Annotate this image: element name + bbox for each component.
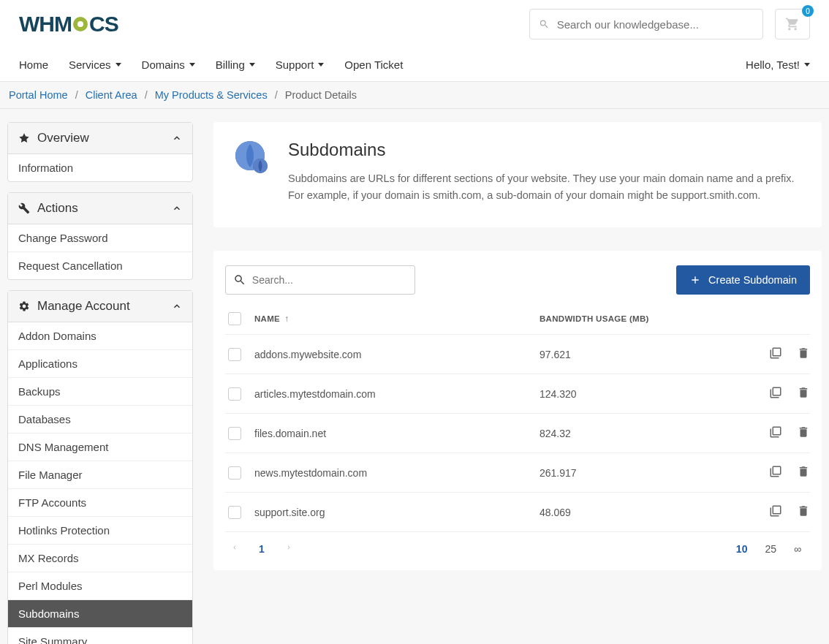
search-icon — [233, 273, 246, 287]
page-size-10[interactable]: 10 — [736, 543, 748, 555]
cart-icon — [785, 17, 800, 31]
cell-bandwidth: 261.917 — [540, 467, 744, 479]
row-checkbox[interactable] — [228, 466, 241, 480]
table-row: addons.mywebsite.com 97.621 — [225, 335, 810, 374]
delete-icon[interactable] — [797, 465, 810, 480]
sidebar-manage-header[interactable]: Manage Account — [8, 291, 192, 322]
sidebar-item-mx-records[interactable]: MX Records — [8, 545, 192, 572]
sidebar-item-applications[interactable]: Applications — [8, 350, 192, 378]
manage-icon[interactable] — [769, 465, 782, 480]
chevron-up-icon — [172, 203, 182, 213]
cell-bandwidth: 824.32 — [540, 428, 744, 439]
caret-icon — [189, 63, 195, 67]
sidebar-item-backups[interactable]: Backups — [8, 378, 192, 406]
sidebar-item-request-cancellation[interactable]: Request Cancellation — [8, 252, 192, 279]
wrench-icon — [18, 202, 30, 214]
table-row: articles.mytestdomain.com 124.320 — [225, 374, 810, 414]
table-search[interactable] — [225, 265, 415, 295]
page-number[interactable]: 1 — [259, 543, 265, 555]
breadcrumb: Portal Home / Client Area / My Products … — [0, 82, 829, 109]
breadcrumb-link[interactable]: My Products & Services — [155, 89, 268, 101]
delete-icon[interactable] — [797, 425, 810, 441]
cell-name: articles.mytestdomain.com — [254, 388, 540, 400]
nav-billing[interactable]: Billing — [216, 48, 255, 81]
plus-icon — [689, 274, 701, 286]
table-search-input[interactable] — [252, 274, 407, 286]
sidebar-item-file-manager[interactable]: File Manager — [8, 461, 192, 489]
cell-bandwidth: 97.621 — [540, 349, 744, 360]
sidebar-item-change-password[interactable]: Change Password — [8, 224, 192, 252]
create-subdomain-button[interactable]: Create Subdomain — [676, 265, 810, 295]
sidebar-item-addon-domains[interactable]: Addon Domains — [8, 322, 192, 350]
row-checkbox[interactable] — [228, 348, 241, 361]
cell-name: files.domain.net — [254, 428, 540, 439]
caret-icon — [804, 63, 810, 67]
page-size-25[interactable]: 25 — [765, 543, 776, 555]
manage-icon[interactable] — [769, 386, 782, 401]
caret-icon — [318, 63, 324, 67]
sidebar-actions-header[interactable]: Actions — [8, 193, 192, 224]
globe-icon — [234, 140, 269, 175]
delete-icon[interactable] — [797, 504, 810, 520]
manage-icon[interactable] — [769, 346, 782, 362]
sidebar-item-databases[interactable]: Databases — [8, 406, 192, 433]
page-description: Subdomains are URLs for different sectio… — [288, 170, 801, 204]
sidebar-overview-header[interactable]: Overview — [8, 123, 192, 154]
sidebar-item-hotlinks-protection[interactable]: Hotlinks Protection — [8, 517, 192, 545]
page-size-all[interactable]: ∞ — [794, 543, 801, 555]
nav-open-ticket[interactable]: Open Ticket — [344, 48, 403, 81]
breadcrumb-link[interactable]: Portal Home — [9, 89, 68, 101]
cell-name: news.mytestdomain.com — [254, 467, 540, 479]
sort-asc-icon: ↑ — [284, 314, 289, 324]
sidebar-item-ftp-accounts[interactable]: FTP Accounts — [8, 489, 192, 517]
table-row: files.domain.net 824.32 — [225, 414, 810, 453]
manage-icon[interactable] — [769, 425, 782, 441]
table-row: news.mytestdomain.com 261.917 — [225, 453, 810, 493]
chevron-up-icon — [172, 301, 182, 311]
page-title: Subdomains — [288, 140, 801, 160]
caret-icon — [249, 63, 255, 67]
search-icon — [539, 18, 550, 30]
gear-icon — [18, 300, 30, 312]
sidebar-item-subdomains[interactable]: Subdomains — [8, 600, 192, 628]
manage-icon[interactable] — [769, 504, 782, 520]
sidebar-item-dns-management[interactable]: DNS Management — [8, 433, 192, 461]
cart-badge: 0 — [802, 5, 814, 17]
cart-button[interactable]: 0 — [775, 9, 810, 39]
sidebar-item-perl-modules[interactable]: Perl Modules — [8, 572, 192, 600]
nav-support[interactable]: Support — [276, 48, 325, 81]
select-all-checkbox[interactable] — [228, 312, 241, 325]
delete-icon[interactable] — [797, 386, 810, 401]
svg-point-1 — [77, 21, 83, 27]
cell-bandwidth: 48.069 — [540, 507, 744, 518]
row-checkbox[interactable] — [228, 427, 241, 440]
cell-name: addons.mywebsite.com — [254, 349, 540, 360]
page-prev[interactable] — [231, 542, 238, 556]
row-checkbox[interactable] — [228, 506, 241, 519]
knowledgebase-search[interactable] — [529, 9, 763, 39]
table-row: support.site.org 48.069 — [225, 493, 810, 532]
delete-icon[interactable] — [797, 346, 810, 362]
nav-home[interactable]: Home — [19, 48, 48, 81]
column-header-bandwidth[interactable]: BANDWIDTH USAGE (MB) — [540, 314, 744, 323]
sidebar-item-information[interactable]: Information — [8, 154, 192, 181]
nav-services[interactable]: Services — [69, 48, 121, 81]
caret-icon — [116, 63, 121, 67]
breadcrumb-link[interactable]: Client Area — [86, 89, 137, 101]
knowledgebase-search-input[interactable] — [557, 18, 754, 31]
logo[interactable]: WHMCS — [19, 12, 118, 37]
page-next[interactable] — [285, 542, 292, 556]
cell-name: support.site.org — [254, 507, 540, 518]
breadcrumb-current: Product Details — [285, 89, 357, 101]
user-menu[interactable]: Hello, Test! — [746, 48, 810, 81]
row-checkbox[interactable] — [228, 387, 241, 401]
column-header-name[interactable]: NAME ↑ — [254, 314, 540, 324]
chevron-up-icon — [172, 133, 182, 143]
sidebar-item-site-summary[interactable]: Site Summary — [8, 628, 192, 644]
nav-domains[interactable]: Domains — [142, 48, 195, 81]
star-icon — [18, 132, 30, 144]
cell-bandwidth: 124.320 — [540, 388, 744, 400]
